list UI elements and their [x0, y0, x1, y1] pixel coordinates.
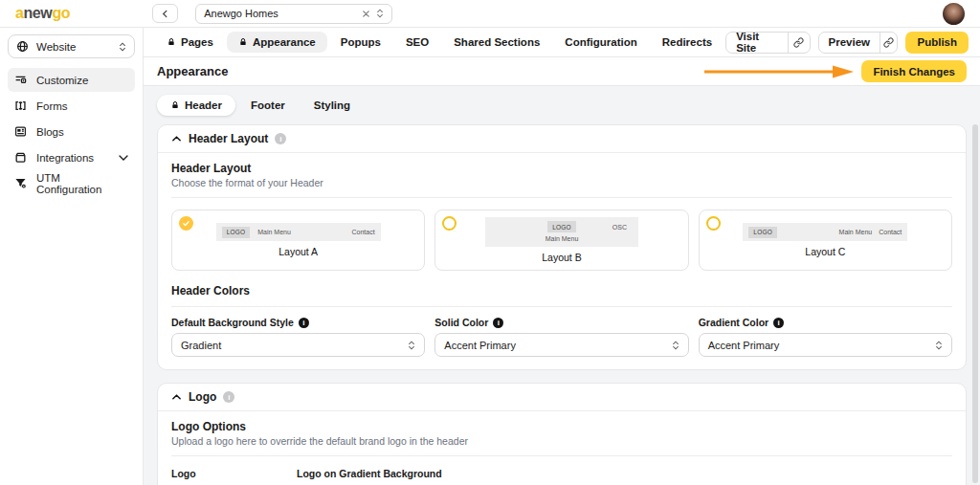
- back-button[interactable]: [152, 4, 178, 23]
- subsection-title: Header Layout: [171, 162, 952, 175]
- layout-label: Layout A: [278, 246, 318, 257]
- header-colors-title: Header Colors: [171, 284, 952, 307]
- field-default-background-style: Default Background Style i Gradient: [171, 317, 425, 357]
- subsection-description: Choose the format of your Header: [171, 177, 952, 198]
- layout-a-preview: LOGO Main Menu Contact: [216, 223, 381, 241]
- collapse-chevron-icon[interactable]: [171, 135, 182, 143]
- integrations-icon: [14, 151, 27, 164]
- logo-card-header[interactable]: Logo i: [158, 384, 966, 411]
- layout-b-preview: LOGO OSC Main Menu: [485, 217, 638, 247]
- scrollbar-thumb[interactable]: [972, 124, 978, 483]
- lock-icon: [167, 37, 176, 47]
- newspaper-icon: [14, 125, 27, 138]
- topbar: a new go Anewgo Homes: [0, 0, 980, 28]
- logo-text: go: [52, 5, 70, 22]
- tab-redirects[interactable]: Redirects: [651, 32, 724, 53]
- link-icon[interactable]: [880, 33, 897, 53]
- logo-uploads: Logo Logo on Gradient Background: [171, 468, 952, 485]
- nav-actions: Visit Site Preview Publish: [725, 32, 969, 54]
- sidebar-item-customize[interactable]: Customize: [8, 68, 135, 92]
- lock-icon: [238, 37, 248, 47]
- project-selector[interactable]: Anewgo Homes: [195, 4, 392, 24]
- sidebar-item-label: Integrations: [36, 152, 109, 164]
- layout-option-b[interactable]: LOGO OSC Main Menu Layout B: [434, 209, 688, 271]
- sidebar-item-label: Blogs: [36, 126, 64, 138]
- chevron-down-icon[interactable]: [119, 155, 128, 161]
- radio-unchecked-icon[interactable]: [706, 216, 721, 231]
- logo-text: a: [15, 5, 24, 22]
- logo-upload: Logo: [171, 468, 281, 485]
- page-heading-row: Appearance Finish Changes: [144, 57, 980, 86]
- link-icon[interactable]: [788, 33, 810, 53]
- finish-changes-button[interactable]: Finish Changes: [861, 60, 967, 82]
- app-shell: Website Customize Forms: [0, 28, 980, 485]
- section-title: Header Layout: [189, 132, 268, 145]
- solid-color-select[interactable]: Accent Primary: [434, 333, 688, 357]
- website-select[interactable]: Website: [8, 34, 135, 58]
- tab-appearance[interactable]: Appearance: [227, 32, 327, 53]
- subsection-title: Logo Options: [171, 420, 952, 433]
- chevron-up-down-icon[interactable]: [376, 8, 384, 19]
- appearance-tabs: Header Footer Styling: [157, 95, 967, 116]
- tab-styling[interactable]: Styling: [301, 95, 364, 116]
- chevron-up-down-icon: [408, 340, 415, 351]
- publish-button[interactable]: Publish: [905, 32, 969, 54]
- gradient-color-select[interactable]: Accent Primary: [699, 333, 952, 357]
- anewgo-logo[interactable]: a new go: [15, 5, 70, 22]
- radio-checked-icon[interactable]: [179, 216, 193, 231]
- tab-header[interactable]: Header: [157, 95, 235, 116]
- project-name: Anewgo Homes: [204, 8, 356, 19]
- header-color-fields: Default Background Style i Gradient: [171, 317, 952, 357]
- lock-icon: [170, 100, 180, 110]
- tab-seo[interactable]: SEO: [394, 32, 440, 53]
- info-icon[interactable]: i: [773, 318, 784, 328]
- logo-card: Logo i Logo Options Upload a logo here t…: [157, 383, 967, 485]
- chevron-up-down-icon: [935, 340, 943, 351]
- tab-pages[interactable]: Pages: [155, 32, 225, 53]
- input-field-icon: [14, 99, 27, 112]
- info-icon[interactable]: i: [493, 318, 503, 328]
- layout-label: Layout C: [805, 246, 845, 257]
- content-area: Header Footer Styling Header Layout i He…: [144, 86, 980, 485]
- tab-popups[interactable]: Popups: [329, 32, 392, 53]
- sidebar-item-label: Customize: [36, 75, 88, 86]
- sidebar-item-blogs[interactable]: Blogs: [8, 120, 135, 143]
- layout-option-c[interactable]: LOGO Main Menu Contact Layout C: [699, 209, 952, 271]
- sidebar-item-forms[interactable]: Forms: [8, 94, 135, 118]
- chevron-left-icon: [161, 10, 169, 18]
- close-icon[interactable]: [362, 10, 370, 18]
- field-solid-color: Solid Color i Accent Primary: [434, 317, 688, 357]
- annotation-arrow: [702, 64, 856, 79]
- collapse-chevron-icon[interactable]: [171, 393, 182, 401]
- globe-icon: [16, 40, 29, 53]
- header-layout-card: Header Layout i Header Layout Choose the…: [157, 124, 967, 370]
- sidebar: Website Customize Forms: [0, 28, 144, 485]
- layout-options: LOGO Main Menu Contact Layout A LOG: [171, 209, 952, 271]
- section-title: Logo: [189, 390, 216, 404]
- info-icon[interactable]: i: [275, 133, 286, 144]
- chevron-up-down-icon: [672, 340, 679, 351]
- sidebar-item-utm-configuration[interactable]: UTM Configuration: [8, 171, 135, 195]
- radio-unchecked-icon[interactable]: [442, 216, 457, 231]
- layout-c-preview: LOGO Main Menu Contact: [743, 223, 907, 241]
- preview-button[interactable]: Preview: [818, 32, 899, 54]
- tab-configuration[interactable]: Configuration: [553, 32, 648, 53]
- page-title: Appearance: [157, 64, 228, 78]
- tab-shared-sections[interactable]: Shared Sections: [442, 32, 551, 53]
- site-nav-tabs: Pages Appearance Popups SEO Shared Secti…: [144, 28, 980, 57]
- logo-gradient-upload: Logo on Gradient Background: [297, 468, 442, 485]
- sidebar-menu: Customize Forms Blogs Integrations: [8, 68, 135, 195]
- sliders-icon: [14, 74, 27, 86]
- avatar[interactable]: [943, 3, 965, 25]
- info-icon[interactable]: i: [299, 318, 309, 328]
- default-background-style-select[interactable]: Gradient: [171, 333, 425, 357]
- logo-text: new: [24, 5, 53, 22]
- layout-option-a[interactable]: LOGO Main Menu Contact Layout A: [171, 209, 425, 271]
- sidebar-item-label: UTM Configuration: [36, 172, 128, 195]
- funnel-icon: [14, 177, 27, 189]
- visit-site-button[interactable]: Visit Site: [725, 32, 810, 54]
- info-icon[interactable]: i: [223, 391, 234, 403]
- tab-footer[interactable]: Footer: [237, 95, 299, 116]
- sidebar-item-integrations[interactable]: Integrations: [8, 145, 135, 169]
- header-layout-card-header[interactable]: Header Layout i: [158, 125, 966, 153]
